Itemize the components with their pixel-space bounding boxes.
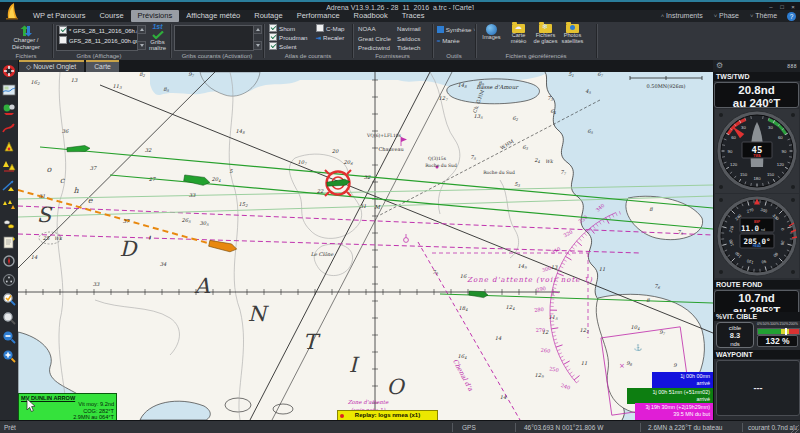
list-scroll-up[interactable] [253,25,262,34]
grib-file-list[interactable]: * GFS_28_11_2016_06h.grib2 GFS_28_11_201… [56,25,138,51]
menu-tabs: WP et Parcours Course Prévisions Afficha… [26,10,431,22]
tab-previsions[interactable]: Prévisions [131,10,180,22]
provider-navimail[interactable]: Navimail [397,24,421,34]
group-georeferences: Images ☁ Carte météo ❄ Fichiers de glace… [476,22,596,60]
checkbox-unchecked-icon[interactable] [59,36,67,44]
compass-dial[interactable]: 0306090120150180210240270300330 BSP 11.0… [715,194,799,278]
boat-data-icon[interactable] [2,102,16,116]
svg-text:11: 11 [599,266,606,272]
competitor-boat[interactable] [208,239,237,253]
check-proudman[interactable]: Proudman [269,33,308,42]
graticule [18,72,560,420]
zoom-in-icon[interactable] [2,349,16,363]
svg-text:290: 290 [536,285,547,293]
checkbox-unchecked-icon[interactable] [316,24,324,32]
current-grib-list[interactable] [174,25,254,51]
route-icon[interactable] [2,121,16,135]
new-view-tab[interactable]: ◇ Nouvel Onglet [18,60,84,72]
svg-text:120: 120 [777,162,785,167]
resize-grip[interactable] [791,425,799,433]
group-label-fournisseurs: Fournisseurs [353,53,432,59]
provider-predictwind[interactable]: Predictwind [358,43,391,53]
maree-button[interactable]: ≈ Marée [437,36,477,46]
photos-satellites-button[interactable]: Photos satellites [559,24,586,45]
zoom-out-icon[interactable] [2,330,16,344]
svg-text:37: 37 [90,165,97,171]
checkbox-checked-icon[interactable] [269,24,277,32]
percent-target-display[interactable]: 132 % [757,335,798,347]
group-gribs-courants: Gribs courants (Activation) [171,22,263,60]
gribs-maitre-button[interactable]: 1st Gribs maître [145,24,170,52]
zoom-select-icon[interactable] [2,292,16,306]
svg-text:Q(3)15s: Q(3)15s [428,156,447,161]
synthese-button[interactable]: Synthèse ˅ [437,25,477,36]
gear-icon[interactable]: ⚙ [716,61,723,70]
svg-text:60: 60 [731,135,736,140]
compass-icon[interactable] [2,254,16,268]
tab-affichage-meteo[interactable]: Affichage météo [179,10,247,22]
logbook-icon[interactable] [2,235,16,249]
fleet-boats-icon[interactable] [2,216,16,230]
wind-angle-dial[interactable]: 303060609090120120150150180 45 TWA [715,109,799,193]
provider-tidetech[interactable]: Tidetech [397,43,421,53]
zoom-window-icon[interactable] [2,311,16,325]
svg-text:Roche du Sud: Roche du Sud [483,170,515,175]
group-fournisseurs: NOAA Great Circle Predictwind Navimail S… [353,22,432,60]
tab-performance[interactable]: Performance [290,10,347,22]
ais-target-boat[interactable] [183,174,210,186]
instruments-toggle[interactable]: ˄ Instruments [661,12,703,19]
tab-course[interactable]: Course [92,10,130,22]
svg-text:×: × [619,362,625,370]
waypoint-display[interactable]: --- [716,360,800,416]
svg-text:180: 180 [753,176,761,181]
charger-decharger-button[interactable]: Charger / Décharger [4,25,48,50]
theme-dropdown[interactable]: ˅ Thème [750,12,777,19]
regatta-marks-icon[interactable] [2,197,16,211]
svg-text:77: 77 [560,169,566,176]
fichiers-glaces-button[interactable]: ❄ Fichiers de glaces [532,24,559,45]
waypoints-icon[interactable] [2,159,16,173]
tws-twd-display[interactable]: 20.8ndau 240°T [714,82,799,108]
group-gribs-affichage: * GFS_28_11_2016_06h.grib2 GFS_28_11_201… [53,22,145,60]
waypoint-icon[interactable] [2,140,16,154]
recaler-button[interactable]: ⇥ Recaler [316,33,345,42]
nautical-chart: 240250260270280290300310320330340 [18,72,713,420]
recaler-icon: ⇥ [316,34,321,41]
chart-view-tab[interactable]: Carte [86,60,119,72]
svg-text:24: 24 [534,157,540,164]
chart-canvas[interactable]: 240250260270280290300310320330340 [18,72,713,420]
provider-great-circle[interactable]: Great Circle [358,34,391,44]
grib-file-row[interactable]: * GFS_28_11_2016_06h.grib2 [57,26,137,36]
tab-routage[interactable]: Routage [247,10,289,22]
check-cmap[interactable]: C-Map [316,24,345,33]
group-label-georef: Fichiers géoréférencés [476,53,596,59]
checkbox-checked-icon[interactable] [59,26,67,34]
phase-dropdown[interactable]: ˅ Phase [714,12,739,19]
target-speed-box[interactable]: cible 8.3 nds [716,322,754,348]
svg-text:31: 31 [39,193,46,199]
tab-wp-et-parcours[interactable]: WP et Parcours [26,10,92,22]
tide-wave-icon: ≈ [437,37,440,44]
tab-traces[interactable]: Traces [395,10,432,22]
tab-roadbook[interactable]: Roadbook [347,10,395,22]
mob-lifering-icon[interactable] [2,64,16,78]
check-solent[interactable]: Solent [269,42,308,51]
list-scroll-down[interactable] [253,41,262,50]
images-button[interactable]: Images [478,24,505,45]
carte-meteo-button[interactable]: ☁ Carte météo [505,24,532,45]
chart-icon[interactable] [2,83,16,97]
svg-text:305: 305 [200,220,210,227]
grib-file-row[interactable]: GFS_28_11_2016_00h.grib2 [57,36,137,46]
check-shom[interactable]: Shom [269,24,308,33]
svg-text:': ' [146,233,152,249]
provider-saildocs[interactable]: Saildocs [397,34,421,44]
waypoint-route-icon[interactable] [2,178,16,192]
checkbox-checked-icon[interactable] [269,33,277,41]
help-icon[interactable]: ? [787,12,796,21]
provider-noaa[interactable]: NOAA [358,24,391,34]
menu-right-controls: ˄ Instruments ˅ Phase ˅ Thème ? [652,10,796,22]
checkbox-checked-icon[interactable] [269,42,277,50]
mouse-cursor-icon [26,399,36,412]
ais-target-boat[interactable] [469,290,489,298]
bearing-circle-icon[interactable] [2,273,16,287]
